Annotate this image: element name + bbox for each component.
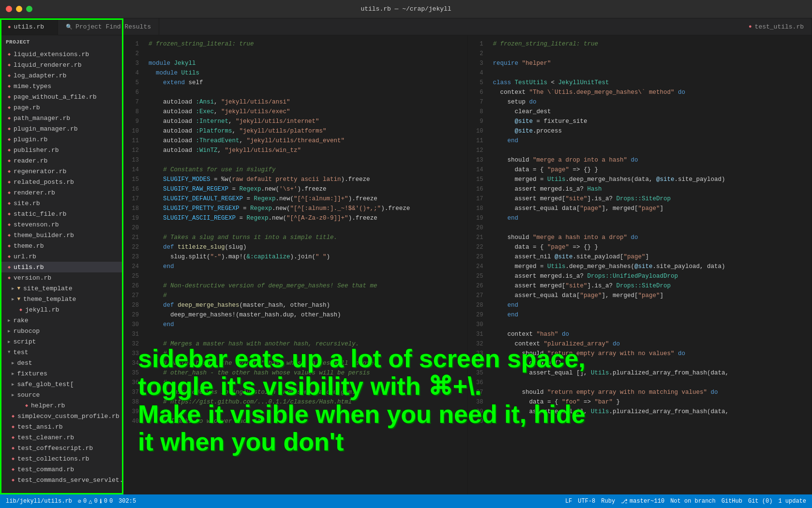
- lf-status[interactable]: LF: [565, 498, 572, 505]
- sidebar: Project ◆liquid_extensions.rb ◆liquid_re…: [0, 35, 123, 494]
- update-status[interactable]: 1 update: [778, 498, 806, 505]
- sidebar-item-regenerator[interactable]: ◆regenerator.rb: [0, 166, 123, 177]
- line-numbers-left: 12345678910 11121314151617181920 2122232…: [123, 35, 143, 494]
- file-icon: ◆: [25, 403, 28, 408]
- file-icon: ◆: [8, 136, 11, 142]
- sidebar-item-safe-glob[interactable]: ▶safe_glob_test[: [0, 379, 123, 389]
- sidebar-item-test-command[interactable]: ◆test_command.rb: [0, 464, 123, 475]
- file-path-status[interactable]: lib/jekyll/utils.rb: [6, 498, 72, 505]
- main-layout: Project ◆liquid_extensions.rb ◆liquid_re…: [0, 35, 812, 494]
- tab-test-utils-rb[interactable]: ● test_utils.rb: [741, 18, 812, 35]
- sidebar-item-dest[interactable]: ▶dest: [0, 358, 123, 368]
- sidebar-item-utils[interactable]: ◆utils.rb: [0, 262, 123, 272]
- sidebar-item-script[interactable]: ▶script: [0, 336, 123, 347]
- warning-count: 0: [94, 498, 98, 505]
- sidebar-item-publisher[interactable]: ◆publisher.rb: [0, 145, 123, 155]
- file-icon: ◆: [8, 200, 11, 206]
- language-label: Ruby: [601, 498, 615, 505]
- sidebar-item-site[interactable]: ◆site.rb: [0, 198, 123, 209]
- file-icon: ◆: [8, 51, 11, 57]
- lf-label: LF: [565, 498, 572, 505]
- language-status[interactable]: Ruby: [601, 498, 615, 505]
- sidebar-item-rubocop[interactable]: ▶rubocop: [0, 326, 123, 336]
- encoding-status[interactable]: UTF-8: [578, 498, 595, 505]
- file-icon: ◆: [8, 190, 11, 195]
- file-icon: ◆: [8, 211, 11, 217]
- sidebar-item-plugin[interactable]: ◆plugin.rb: [0, 134, 123, 145]
- file-icon: ◆: [8, 222, 11, 227]
- info-icon: ℹ: [100, 498, 102, 505]
- sidebar-item-theme[interactable]: ◆theme.rb: [0, 240, 123, 251]
- sidebar-item-helper[interactable]: ◆helper.rb: [0, 400, 123, 411]
- sidebar-item-simplecov[interactable]: ◆simplecov_custom_profile.rb: [0, 411, 123, 421]
- tabbar: ● utils.rb 🔍 Project Find Results ● test…: [0, 18, 812, 35]
- sidebar-item-reader[interactable]: ◆reader.rb: [0, 155, 123, 166]
- sidebar-item-stevenson[interactable]: ◆stevenson.rb: [0, 219, 123, 230]
- tab-test-utils-label: test_utils.rb: [755, 23, 804, 30]
- close-button[interactable]: [6, 6, 12, 12]
- file-icon: ◆: [12, 466, 15, 472]
- sidebar-item-log-adapter[interactable]: ◆log_adapter.rb: [0, 70, 123, 81]
- sidebar-item-site-template[interactable]: ▶▼site_template: [0, 283, 123, 294]
- maximize-button[interactable]: [26, 6, 32, 12]
- errors-status[interactable]: ⊘ 0 △ 0 ℹ 0 0: [78, 498, 113, 505]
- code-pane-utils: 12345678910 11121314151617181920 2122232…: [123, 35, 468, 494]
- error-count: 0: [83, 498, 87, 505]
- git-status[interactable]: Not on branch: [670, 498, 716, 505]
- sidebar-item-page-without-file[interactable]: ◆page_without_a_file.rb: [0, 91, 123, 102]
- code-content-test-utils: 12345678910 11121314151617181920 2122232…: [468, 35, 812, 494]
- git-label-status[interactable]: Git (0): [748, 498, 772, 505]
- minimize-button[interactable]: [16, 6, 22, 12]
- file-icon: ◆: [8, 73, 11, 78]
- tab-utils-rb-label: utils.rb: [14, 23, 44, 30]
- sidebar-item-url[interactable]: ◆url.rb: [0, 251, 123, 262]
- sidebar-item-mime-types[interactable]: ◆mime.types: [0, 81, 123, 91]
- sidebar-item-page[interactable]: ◆page.rb: [0, 102, 123, 113]
- file-icon: ◆: [8, 179, 11, 185]
- sidebar-item-jekyll-rb[interactable]: ◆jekyll.rb: [0, 304, 123, 315]
- statusbar-right: LF UTF-8 Ruby ⎇master~110 Not on branch …: [565, 498, 806, 505]
- sidebar-header: Project: [0, 35, 123, 49]
- github-status[interactable]: GitHub: [722, 498, 742, 505]
- sidebar-item-test-cleaner[interactable]: ◆test_cleaner.rb: [0, 432, 123, 443]
- ruby-file-icon-right: ●: [749, 24, 752, 30]
- sidebar-item-liquid-renderer[interactable]: ◆liquid_renderer.rb: [0, 60, 123, 70]
- tab-project-find-results[interactable]: 🔍 Project Find Results: [58, 18, 159, 35]
- folder-arrow-icon: ▶: [8, 339, 10, 344]
- sidebar-item-test-commands-servlet[interactable]: ◆test_commands_serve_servlet.rb: [0, 475, 123, 485]
- window-controls: [6, 6, 32, 12]
- sidebar-item-liquid-extensions[interactable]: ◆liquid_extensions.rb: [0, 49, 123, 60]
- sidebar-item-source[interactable]: ▶source: [0, 389, 123, 400]
- folder-icon: ▼: [17, 296, 20, 302]
- file-icon: ◆: [8, 243, 11, 249]
- sidebar-item-renderer[interactable]: ◆renderer.rb: [0, 187, 123, 198]
- file-path-text: lib/jekyll/utils.rb: [6, 498, 72, 505]
- file-icon: ◆: [12, 424, 15, 430]
- sidebar-item-test[interactable]: ▼test: [0, 347, 123, 358]
- sidebar-item-test-collections[interactable]: ◆test_collections.rb: [0, 453, 123, 464]
- branch-status[interactable]: ⎇master~110: [621, 498, 664, 505]
- file-icon: ◆: [8, 254, 11, 259]
- file-icon: ◆: [8, 158, 11, 164]
- sidebar-item-static-file[interactable]: ◆static_file.rb: [0, 209, 123, 219]
- statusbar-left: lib/jekyll/utils.rb ⊘ 0 △ 0 ℹ 0 0 302:5: [6, 498, 136, 505]
- sidebar-item-plugin-manager[interactable]: ◆plugin_manager.rb: [0, 123, 123, 134]
- sidebar-item-rake[interactable]: ▶rake: [0, 315, 123, 326]
- line-col-status[interactable]: 302:5: [119, 498, 136, 505]
- tab-utils-rb[interactable]: ● utils.rb: [0, 18, 58, 35]
- sidebar-item-related-posts[interactable]: ◆related_posts.rb: [0, 177, 123, 187]
- warning-icon: △: [89, 498, 92, 505]
- file-icon: ◆: [8, 264, 11, 270]
- branch-label: master~110: [630, 498, 664, 505]
- sidebar-item-version[interactable]: ◆version.rb: [0, 272, 123, 283]
- sidebar-item-theme-builder[interactable]: ◆theme_builder.rb: [0, 230, 123, 240]
- tab-find-results-label: Project Find Results: [75, 23, 151, 30]
- ruby-file-icon: ●: [8, 24, 11, 30]
- line-col-text: 302:5: [119, 498, 136, 505]
- sidebar-item-test-coffeescript[interactable]: ◆test_coffeescript.rb: [0, 443, 123, 453]
- sidebar-item-test-ansi[interactable]: ◆test_ansi.rb: [0, 421, 123, 432]
- sidebar-item-theme-template[interactable]: ▶▼theme_template: [0, 294, 123, 304]
- file-icon: ◆: [12, 477, 15, 483]
- sidebar-item-fixtures[interactable]: ▶fixtures: [0, 368, 123, 379]
- sidebar-item-path-manager[interactable]: ◆path_manager.rb: [0, 113, 123, 123]
